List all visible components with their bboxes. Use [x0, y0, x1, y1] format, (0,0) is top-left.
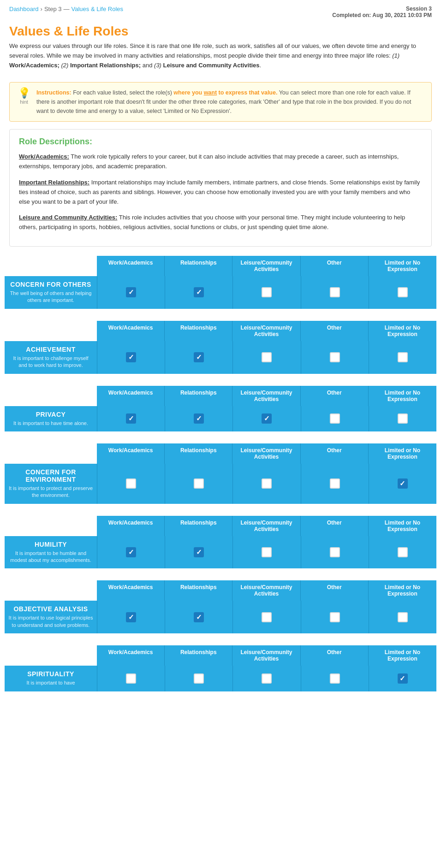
checkbox-4-relationships[interactable] [194, 547, 204, 557]
header-cell-leisure: Leisure/Community Activities [232, 580, 300, 601]
header-spacer [5, 321, 97, 341]
hint-text: Instructions: For each value listed, sel… [36, 88, 424, 116]
checkbox-4-other[interactable] [330, 547, 340, 557]
checkbox-6-other[interactable] [330, 673, 340, 684]
hint-label: hint [17, 99, 31, 105]
header-cell-leisure: Leisure/Community Activities [232, 516, 300, 536]
header-cell-work: Work/Academics [97, 386, 165, 406]
checkbox-cell-4-1 [165, 536, 232, 569]
value-label-6: SPIRITUALITYIt is important to have [5, 666, 97, 691]
checkbox-cell-6-1 [165, 666, 232, 691]
session-info: Session 3 Completed on: Aug 30, 2021 10:… [332, 6, 432, 18]
checkbox-0-work[interactable] [126, 287, 136, 297]
value-label-5: OBJECTIVE ANALYSISIt is important to use… [5, 601, 97, 633]
relationships-role-desc: Important Relationships: Important relat… [19, 178, 422, 207]
checkbox-6-relationships[interactable] [194, 673, 204, 684]
value-section-5: Work/AcademicsRelationshipsLeisure/Commu… [5, 580, 436, 641]
session-label: Session 3 [332, 6, 432, 12]
checkbox-5-leisure[interactable] [262, 612, 272, 622]
checkbox-cell-3-1 [165, 464, 232, 504]
checkbox-5-relationships[interactable] [194, 612, 204, 622]
checkbox-2-other[interactable] [330, 413, 340, 424]
checkbox-5-limited[interactable] [398, 612, 408, 622]
header-cell-other: Other [301, 443, 369, 464]
leisure-role-name: Leisure and Community Activities: [19, 214, 117, 221]
header-cell-other: Other [301, 516, 369, 536]
checkbox-1-other[interactable] [330, 352, 340, 362]
checkbox-3-work[interactable] [126, 478, 136, 489]
checkbox-2-work[interactable] [126, 413, 136, 424]
header-cell-work: Work/Academics [97, 443, 165, 464]
checkbox-cell-1-3 [301, 341, 369, 374]
value-name-2: PRIVACY [36, 411, 66, 418]
hint-box: 💡 hint Instructions: For each value list… [9, 82, 432, 122]
header-cell-work: Work/Academics [97, 580, 165, 601]
role-desc-title: Role Descriptions: [19, 137, 422, 147]
value-section-3: Work/AcademicsRelationshipsLeisure/Commu… [5, 443, 436, 511]
header-cell-relationships: Relationships [165, 645, 232, 666]
checkbox-5-work[interactable] [126, 612, 136, 622]
checkbox-3-leisure[interactable] [262, 478, 272, 489]
header-cell-work: Work/Academics [97, 645, 165, 666]
value-label-0: CONCERN FOR OTHERSThe well being of othe… [5, 276, 97, 309]
checkbox-cell-2-1 [165, 406, 232, 431]
checkbox-3-relationships[interactable] [194, 478, 204, 489]
header-row-3: Work/AcademicsRelationshipsLeisure/Commu… [5, 443, 436, 464]
header-cell-limited: Limited or No Expression [369, 580, 436, 601]
checkbox-5-other[interactable] [330, 612, 340, 622]
checkbox-cell-6-4 [369, 666, 436, 691]
role-descriptions-box: Role Descriptions: Work/Academics: The w… [9, 129, 432, 247]
header-cell-limited: Limited or No Expression [369, 516, 436, 536]
checkbox-cell-2-3 [301, 406, 369, 431]
header-cell-leisure: Leisure/Community Activities [232, 645, 300, 666]
header-cell-limited: Limited or No Expression [369, 321, 436, 341]
checkbox-3-other[interactable] [330, 478, 340, 489]
header-cell-other: Other [301, 386, 369, 406]
hint-icon-wrapper: 💡 hint [17, 88, 31, 105]
values-container: Work/AcademicsRelationshipsLeisure/Commu… [0, 256, 441, 699]
checkbox-3-limited[interactable] [398, 478, 408, 489]
checkbox-6-work[interactable] [126, 673, 136, 684]
header-cell-leisure: Leisure/Community Activities [232, 386, 300, 406]
value-desc-5: It is important to use logical principle… [8, 614, 93, 629]
checkbox-cell-5-4 [369, 601, 436, 633]
checkbox-1-limited[interactable] [398, 352, 408, 362]
checkbox-1-leisure[interactable] [262, 352, 272, 362]
header-cell-limited: Limited or No Expression [369, 386, 436, 406]
value-name-3: CONCERN FOR ENVIRONMENT [8, 468, 93, 483]
checkbox-0-other[interactable] [330, 287, 340, 297]
checkbox-1-relationships[interactable] [194, 352, 204, 362]
header-cell-leisure: Leisure/Community Activities [232, 256, 300, 276]
header-cell-limited: Limited or No Expression [369, 256, 436, 276]
checkbox-4-work[interactable] [126, 547, 136, 557]
value-desc-6: It is important to have [26, 679, 75, 686]
checkbox-cell-6-2 [232, 666, 300, 691]
checkbox-2-limited[interactable] [398, 413, 408, 424]
header-row-1: Work/AcademicsRelationshipsLeisure/Commu… [5, 321, 436, 341]
header-row-2: Work/AcademicsRelationshipsLeisure/Commu… [5, 386, 436, 406]
completed-label: Completed on: Aug 30, 2021 10:03 PM [332, 12, 432, 18]
dashboard-link[interactable]: Dashboard [9, 6, 39, 12]
header-spacer [5, 386, 97, 406]
checkbox-6-leisure[interactable] [262, 673, 272, 684]
checkbox-cell-1-1 [165, 341, 232, 374]
checkbox-2-relationships[interactable] [194, 413, 204, 424]
header-cell-relationships: Relationships [165, 580, 232, 601]
value-desc-1: It is important to challenge myself and … [8, 355, 93, 369]
value-desc-2: It is important to have time alone. [13, 420, 88, 427]
header-cell-work: Work/Academics [97, 256, 165, 276]
checkbox-0-limited[interactable] [398, 287, 408, 297]
checkbox-4-leisure[interactable] [262, 547, 272, 557]
value-section-6: Work/AcademicsRelationshipsLeisure/Commu… [5, 645, 436, 698]
checkbox-0-relationships[interactable] [194, 287, 204, 297]
data-row-4: HUMILITYIt is important to be humble and… [5, 536, 436, 569]
checkbox-1-work[interactable] [126, 352, 136, 362]
checkbox-6-limited[interactable] [398, 673, 408, 684]
checkbox-0-leisure[interactable] [262, 287, 272, 297]
checkbox-4-limited[interactable] [398, 547, 408, 557]
intro-para: We express our values through our life r… [9, 42, 416, 69]
work-role-name: Work/Academics: [19, 153, 69, 160]
checkbox-2-leisure[interactable] [262, 413, 272, 424]
hint-icon: 💡 [17, 88, 31, 98]
value-name-5: OBJECTIVE ANALYSIS [13, 605, 88, 613]
